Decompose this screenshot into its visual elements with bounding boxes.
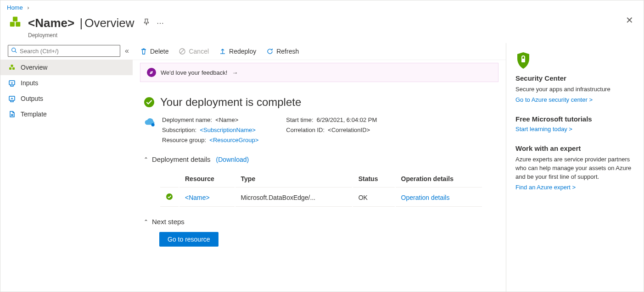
chevron-right-icon: ›: [27, 4, 29, 11]
page-header: <Name> |Overview ⋯ ✕: [0, 13, 644, 32]
dep-rg-link[interactable]: <ResourceGroup>: [209, 137, 258, 143]
close-icon[interactable]: ✕: [626, 15, 633, 26]
cancel-label: Cancel: [189, 48, 209, 55]
delete-label: Delete: [150, 48, 168, 55]
col-op: Operation details: [396, 171, 482, 187]
col-status: Status: [353, 171, 395, 187]
expert-title: Work with an expert: [515, 144, 634, 152]
security-center-text: Secure your apps and infrastructure: [515, 85, 634, 94]
success-icon: [144, 97, 155, 108]
feedback-text: We'd love your feedback!: [161, 69, 227, 76]
row-resource-link[interactable]: <Name>: [185, 194, 210, 201]
sidebar-item-label: Overview: [21, 64, 47, 71]
search-input[interactable]: [20, 45, 120, 56]
sidebar-item-inputs[interactable]: Inputs: [0, 75, 133, 91]
sidebar-item-label: Outputs: [21, 95, 43, 102]
security-center-title: Security Center: [515, 74, 634, 82]
sidebar: « Overview Inputs Outputs Template: [0, 43, 133, 292]
refresh-button[interactable]: Refresh: [266, 48, 299, 55]
sidebar-item-overview[interactable]: Overview: [0, 60, 133, 75]
deployment-table: Resource Type Status Operation details: [159, 170, 483, 208]
template-icon: [8, 110, 16, 118]
more-icon[interactable]: ⋯: [157, 19, 164, 28]
title-name: <Name>: [28, 16, 74, 30]
resource-group-icon: [7, 15, 23, 31]
svg-rect-5: [12, 67, 15, 70]
breadcrumb-home[interactable]: Home: [7, 4, 23, 11]
page-subtitle: Deployment: [0, 32, 644, 43]
next-steps-toggle[interactable]: ⌃ Next steps: [144, 218, 495, 226]
next-steps-title: Next steps: [152, 218, 185, 226]
page-title: <Name> |Overview: [28, 16, 134, 30]
success-icon: [166, 193, 173, 200]
sidebar-item-label: Template: [21, 110, 47, 118]
row-status: OK: [353, 188, 395, 207]
col-resource: Resource: [179, 171, 235, 187]
redeploy-label: Redeploy: [229, 48, 256, 55]
tutorials-link[interactable]: Start learning today >: [515, 126, 572, 132]
svg-rect-6: [11, 65, 13, 67]
deployment-details-toggle[interactable]: ⌃ Deployment details (Download): [144, 155, 495, 163]
dep-sub-link[interactable]: <SubscriptionName>: [200, 127, 255, 133]
search-icon: [11, 47, 17, 55]
search-input-wrap[interactable]: [8, 45, 120, 57]
refresh-label: Refresh: [276, 48, 299, 55]
feedback-banner[interactable]: We'd love your feedback! →: [140, 63, 498, 82]
dep-name-value: <Name>: [215, 116, 238, 123]
dep-start-value: 6/29/2021, 6:04:02 PM: [317, 116, 377, 123]
go-to-resource-button[interactable]: Go to resource: [159, 232, 218, 247]
right-panel: Security Center Secure your apps and inf…: [506, 43, 644, 292]
row-type: Microsoft.DataBoxEdge/...: [235, 188, 352, 207]
deployment-details-title: Deployment details: [152, 155, 211, 163]
security-center-link[interactable]: Go to Azure security center >: [515, 96, 593, 103]
redeploy-button[interactable]: Redeploy: [219, 48, 256, 55]
overview-icon: [8, 63, 16, 72]
svg-rect-13: [521, 59, 525, 62]
delete-button[interactable]: Delete: [140, 48, 168, 55]
sidebar-item-outputs[interactable]: Outputs: [0, 91, 133, 106]
table-row: <Name> Microsoft.DataBoxEdge/... OK Oper…: [160, 188, 482, 207]
cancel-button: Cancel: [179, 48, 209, 55]
sidebar-item-template[interactable]: Template: [0, 106, 133, 122]
dep-start-label: Start time:: [286, 116, 313, 123]
svg-rect-4: [9, 67, 11, 70]
deployment-status-heading: Your deployment is complete: [160, 96, 301, 109]
dep-name-label: Deployment name:: [162, 116, 212, 123]
expert-link[interactable]: Find an Azure expert >: [515, 184, 576, 191]
title-page: Overview: [84, 16, 134, 30]
dep-corr-value: <CorrelationID>: [328, 127, 370, 133]
shield-icon: [515, 51, 531, 70]
arrow-right-icon: →: [232, 69, 238, 76]
svg-point-12: [166, 193, 173, 200]
col-type: Type: [235, 171, 352, 187]
cloud-icon: [144, 116, 157, 129]
chevron-up-icon: ⌃: [144, 156, 148, 163]
inputs-icon: [8, 79, 16, 87]
tutorials-title: Free Microsoft tutorials: [515, 115, 634, 123]
row-op-link[interactable]: Operation details: [401, 194, 450, 201]
svg-point-3: [12, 48, 16, 52]
svg-rect-7: [9, 81, 15, 85]
outputs-icon: [8, 94, 16, 103]
expert-text: Azure experts are service provider partn…: [515, 155, 634, 181]
download-link[interactable]: (Download): [216, 156, 249, 163]
dep-corr-label: Correlation ID:: [286, 127, 325, 133]
svg-rect-0: [10, 22, 15, 27]
toolbar: Delete Cancel Redeploy Refresh: [133, 43, 506, 60]
collapse-sidebar-icon[interactable]: «: [125, 47, 129, 55]
svg-rect-2: [13, 17, 17, 22]
breadcrumb: Home ›: [0, 0, 644, 13]
svg-rect-1: [16, 22, 20, 27]
sidebar-item-label: Inputs: [21, 79, 38, 87]
feedback-icon: [147, 68, 156, 77]
dep-sub-label: Subscription:: [162, 127, 196, 133]
pin-icon[interactable]: [143, 18, 150, 28]
dep-rg-label: Resource group:: [162, 137, 206, 143]
svg-point-11: [151, 123, 155, 127]
chevron-up-icon: ⌃: [144, 219, 148, 225]
